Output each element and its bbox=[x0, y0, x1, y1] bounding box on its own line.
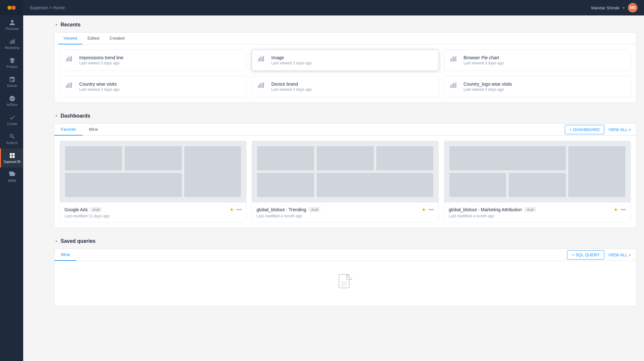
dash-card-3-badge: draft bbox=[524, 207, 536, 212]
saved-queries-title: Saved queries bbox=[61, 238, 96, 244]
dash-card-1[interactable]: Google Ads draft ★ ••• Last modified 11 … bbox=[60, 141, 246, 223]
dash-card-1-actions: ★ ••• bbox=[229, 206, 242, 213]
sidebar-item-compli-label: Compli bbox=[7, 122, 17, 126]
add-sql-query-button[interactable]: + SQL QUERY bbox=[567, 250, 604, 260]
sidebar: Personal Marketing Product Events AdTech… bbox=[0, 0, 23, 361]
recent-card-3-subtitle: Last viewed 3 days ago bbox=[464, 61, 504, 65]
product-icon bbox=[9, 57, 15, 64]
dashboards-actions: + DASHBOARD VIEW ALL » bbox=[565, 125, 636, 134]
recent-card-5[interactable]: Device brand Last viewed 3 days ago bbox=[252, 76, 438, 97]
more-icon-2[interactable]: ••• bbox=[428, 207, 434, 213]
recent-card-2-title: Image bbox=[271, 55, 312, 60]
user-initials: MS bbox=[630, 5, 636, 10]
dash-card-2[interactable]: global_blotout - Trending draft ★ ••• La… bbox=[252, 141, 438, 223]
dash-card-2-badge: draft bbox=[309, 207, 320, 212]
sidebar-item-adtech[interactable]: AdTech bbox=[0, 91, 23, 110]
sidebar-item-marketing[interactable]: Marketing bbox=[0, 34, 23, 53]
recents-tabs: Viewed Edited Created bbox=[54, 33, 636, 44]
more-icon-1[interactable]: ••• bbox=[236, 207, 242, 213]
tab-created[interactable]: Created bbox=[104, 33, 130, 44]
dashboards-section-header[interactable]: Dashboards bbox=[54, 113, 636, 119]
tab-mine[interactable]: Mine bbox=[82, 124, 104, 136]
breadcrumb: Superset > Home bbox=[30, 5, 65, 10]
sidebar-item-analyze[interactable]: Analyze bbox=[0, 129, 23, 148]
dash-card-2-actions: ★ ••• bbox=[421, 206, 434, 213]
adtech-icon bbox=[9, 95, 15, 102]
dash-card-3-title-row: global_blotout - Marketing Attribution d… bbox=[449, 206, 626, 213]
tab-favorite[interactable]: Favorite bbox=[54, 124, 82, 136]
analyze-icon bbox=[9, 133, 15, 140]
recent-card-6-title: Country_logo wise visits bbox=[464, 81, 512, 87]
breadcrumb-app: Superset bbox=[30, 5, 48, 10]
tab-viewed[interactable]: Viewed bbox=[58, 33, 82, 44]
chevron-down-icon bbox=[54, 23, 59, 27]
recent-card-6-content: Country_logo wise visits Last viewed 3 d… bbox=[464, 81, 512, 92]
dash-card-3-title: global_blotout - Marketing Attribution d… bbox=[449, 207, 536, 212]
dash-card-3[interactable]: global_blotout - Marketing Attribution d… bbox=[444, 141, 631, 223]
recents-section-header[interactable]: Recents bbox=[54, 22, 636, 28]
dash-card-3-footer: global_blotout - Marketing Attribution d… bbox=[444, 202, 630, 222]
dash-card-3-actions: ★ ••• bbox=[613, 206, 626, 213]
saved-queries-section-header[interactable]: Saved queries bbox=[54, 238, 636, 244]
recent-card-4-content: Country wise visits Last viewed 3 days a… bbox=[79, 81, 120, 92]
dash-card-2-title: global_blotout - Trending draft bbox=[256, 207, 320, 212]
empty-file-icon bbox=[338, 274, 353, 293]
star-icon-3[interactable]: ★ bbox=[613, 206, 618, 213]
sidebar-item-superset-bi[interactable]: Superset BI bbox=[0, 148, 23, 167]
sidebar-item-mdm[interactable]: MDM bbox=[0, 167, 23, 186]
more-icon-3[interactable]: ••• bbox=[620, 207, 626, 213]
recent-card-6[interactable]: Country_logo wise visits Last viewed 3 d… bbox=[444, 76, 631, 97]
recents-title: Recents bbox=[61, 22, 81, 28]
recent-card-1-content: Impressions trend line Last viewed 3 day… bbox=[79, 55, 123, 65]
sidebar-item-personal[interactable]: Personal bbox=[0, 15, 23, 34]
dash-card-3-modified: Last modified a month ago bbox=[449, 214, 626, 218]
recent-card-3-content: Browser Pie chart Last viewed 3 days ago bbox=[464, 55, 504, 65]
chart-icon-5 bbox=[257, 81, 267, 92]
sidebar-item-product[interactable]: Product bbox=[0, 53, 23, 72]
tab-sq-mine[interactable]: Mine bbox=[54, 249, 76, 261]
sidebar-item-events[interactable]: Events bbox=[0, 72, 23, 91]
sidebar-item-analyze-label: Analyze bbox=[6, 141, 18, 145]
dashboards-panel: Favorite Mine + DASHBOARD VIEW ALL » bbox=[54, 123, 636, 228]
recents-cards-section: Impressions trend line Last viewed 3 day… bbox=[54, 44, 636, 102]
breadcrumb-sep: > bbox=[49, 5, 53, 10]
sidebar-item-compli[interactable]: Compli bbox=[0, 110, 23, 129]
dashboards-section: Dashboards Favorite Mine + DASHBOARD VIE… bbox=[54, 113, 636, 228]
dash-card-2-modified: Last modified a month ago bbox=[256, 214, 434, 218]
recent-card-5-subtitle: Last viewed 3 days ago bbox=[271, 87, 312, 92]
dash-card-1-title-row: Google Ads draft ★ ••• bbox=[64, 206, 242, 213]
chart-icon-1 bbox=[65, 55, 75, 65]
saved-queries-empty bbox=[54, 261, 636, 306]
topbar: Superset > Home Mandar Shinde ▼ MS bbox=[23, 0, 644, 15]
recent-card-3[interactable]: Browser Pie chart Last viewed 3 days ago bbox=[444, 50, 631, 71]
dash-card-1-badge: draft bbox=[90, 207, 102, 212]
dash-card-1-modified: Last modified 11 days ago bbox=[64, 214, 242, 218]
star-icon-1[interactable]: ★ bbox=[229, 206, 234, 213]
dash-card-2-title-row: global_blotout - Trending draft ★ ••• bbox=[256, 206, 434, 213]
add-dashboard-button[interactable]: + DASHBOARD bbox=[565, 125, 605, 134]
app-logo-icon bbox=[6, 3, 17, 13]
sidebar-item-mdm-label: MDM bbox=[8, 179, 16, 183]
breadcrumb-current: Home bbox=[53, 5, 65, 10]
dash-card-2-footer: global_blotout - Trending draft ★ ••• La… bbox=[252, 202, 438, 222]
dashboards-cards-area: Google Ads draft ★ ••• Last modified 11 … bbox=[54, 136, 636, 228]
recents-cards-grid: Impressions trend line Last viewed 3 day… bbox=[60, 50, 631, 97]
user-area[interactable]: Mandar Shinde ▼ MS bbox=[591, 3, 638, 13]
recent-card-1[interactable]: Impressions trend line Last viewed 3 day… bbox=[60, 50, 246, 71]
recent-card-1-title: Impressions trend line bbox=[79, 55, 123, 60]
saved-queries-section: Saved queries Mine + SQL QUERY VIEW ALL … bbox=[54, 238, 636, 306]
chevron-down-icon-2 bbox=[54, 114, 59, 118]
superset-bi-icon bbox=[9, 152, 15, 159]
tab-edited[interactable]: Edited bbox=[82, 33, 104, 44]
recent-card-2-content: Image Last viewed 3 days ago bbox=[271, 55, 312, 65]
recent-card-2[interactable]: Image Last viewed 3 days ago bbox=[252, 50, 438, 71]
saved-queries-view-all[interactable]: VIEW ALL » bbox=[608, 252, 631, 257]
star-icon-2[interactable]: ★ bbox=[421, 206, 426, 213]
recent-card-4[interactable]: Country wise visits Last viewed 3 days a… bbox=[60, 76, 246, 97]
recent-card-4-subtitle: Last viewed 3 days ago bbox=[79, 87, 120, 92]
recents-section: Recents Viewed Edited Created Impression… bbox=[54, 22, 636, 103]
saved-queries-tabs-row: Mine + SQL QUERY VIEW ALL » bbox=[54, 249, 636, 261]
recent-card-6-subtitle: Last viewed 3 days ago bbox=[464, 87, 512, 92]
recent-card-5-content: Device brand Last viewed 3 days ago bbox=[271, 81, 312, 92]
dashboards-view-all[interactable]: VIEW ALL » bbox=[608, 127, 631, 132]
